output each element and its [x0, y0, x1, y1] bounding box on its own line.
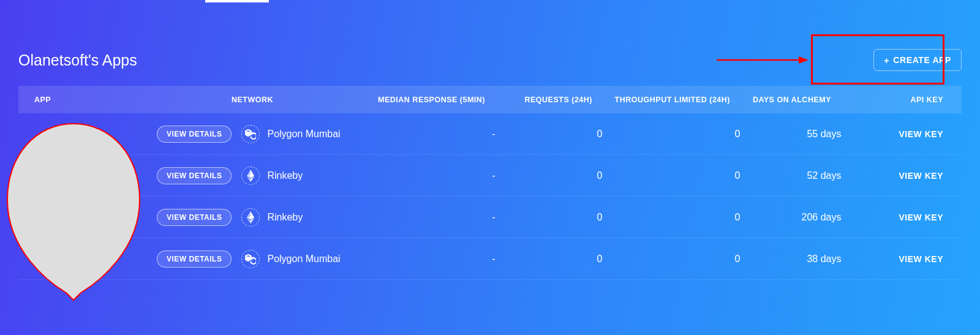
- cell-network: Rinkeby: [236, 208, 377, 227]
- cell-network: Rinkeby: [236, 167, 377, 185]
- table-row: VIEW DETAILSRinkeby-0052 daysVIEW KEY: [18, 155, 962, 197]
- view-key-button[interactable]: VIEW KEY: [899, 171, 943, 181]
- cell-requests: 0: [500, 170, 607, 181]
- cell-days: 206 days: [745, 212, 846, 223]
- network-name: Polygon Mumbai: [267, 254, 340, 265]
- cell-apikey: VIEW KEY: [846, 212, 962, 223]
- page-title: Olanetsoft's Apps: [18, 51, 137, 69]
- network-name: Polygon Mumbai: [267, 129, 340, 140]
- eth-icon: [241, 208, 260, 227]
- active-tab-indicator: [205, 0, 269, 2]
- create-app-label: CREATE APP: [893, 55, 951, 65]
- col-header-median: MEDIAN RESPONSE (5MIN): [368, 96, 490, 104]
- cell-median: -: [377, 170, 500, 181]
- cell-median: -: [377, 254, 500, 265]
- cell-throughput: 0: [607, 170, 745, 181]
- eth-icon: [241, 167, 260, 185]
- cell-days: 55 days: [745, 129, 846, 140]
- network-name: Rinkeby: [267, 170, 303, 181]
- table-row: VIEW DETAILSPolygon Mumbai-0038 daysVIEW…: [18, 238, 962, 280]
- cell-throughput: 0: [607, 129, 745, 140]
- col-header-network: NETWORK: [227, 96, 368, 104]
- table-row: VIEW DETAILSPolygon Mumbai-0055 daysVIEW…: [18, 113, 962, 155]
- cell-requests: 0: [500, 254, 607, 265]
- cell-median: -: [377, 212, 500, 223]
- cell-requests: 0: [500, 212, 607, 223]
- cell-days: 52 days: [745, 170, 846, 181]
- apps-table-header: APP NETWORK MEDIAN RESPONSE (5MIN) REQUE…: [18, 86, 962, 113]
- cell-throughput: 0: [607, 254, 745, 265]
- cell-median: -: [377, 129, 500, 140]
- cell-apikey: VIEW KEY: [846, 129, 962, 140]
- cell-apikey: VIEW KEY: [846, 170, 962, 181]
- view-details-button[interactable]: VIEW DETAILS: [157, 126, 232, 143]
- col-header-app: APP: [18, 96, 227, 104]
- cell-network: Polygon Mumbai: [236, 125, 377, 143]
- cell-app: VIEW DETAILS: [18, 167, 236, 184]
- view-details-button[interactable]: VIEW DETAILS: [157, 209, 232, 226]
- view-key-button[interactable]: VIEW KEY: [899, 254, 943, 264]
- table-row: VIEW DETAILSRinkeby-00206 daysVIEW KEY: [18, 197, 962, 238]
- polygon-icon: [241, 125, 260, 143]
- cell-app: VIEW DETAILS: [18, 250, 236, 268]
- cell-requests: 0: [500, 129, 607, 140]
- col-header-throughput: THROUGHPUT LIMITED (24H): [597, 96, 735, 104]
- page-header: Olanetsoft's Apps + CREATE APP: [18, 49, 962, 71]
- col-header-requests: REQUESTS (24H): [490, 96, 597, 104]
- polygon-icon: [241, 250, 260, 268]
- col-header-apikey: API KEY: [836, 96, 962, 104]
- apps-table-body: VIEW DETAILSPolygon Mumbai-0055 daysVIEW…: [18, 113, 962, 280]
- view-key-button[interactable]: VIEW KEY: [899, 213, 943, 222]
- network-name: Rinkeby: [267, 212, 303, 223]
- create-app-button[interactable]: + CREATE APP: [873, 49, 962, 71]
- cell-network: Polygon Mumbai: [236, 250, 377, 268]
- view-key-button[interactable]: VIEW KEY: [899, 129, 943, 139]
- plus-icon: +: [884, 56, 889, 65]
- cell-days: 38 days: [745, 254, 846, 265]
- view-details-button[interactable]: VIEW DETAILS: [157, 250, 232, 268]
- cell-throughput: 0: [607, 212, 745, 223]
- cell-apikey: VIEW KEY: [846, 254, 962, 265]
- cell-app: VIEW DETAILS: [18, 209, 236, 226]
- view-details-button[interactable]: VIEW DETAILS: [157, 167, 232, 184]
- col-header-days: DAYS ON ALCHEMY: [735, 96, 836, 104]
- cell-app: VIEW DETAILS: [18, 126, 236, 143]
